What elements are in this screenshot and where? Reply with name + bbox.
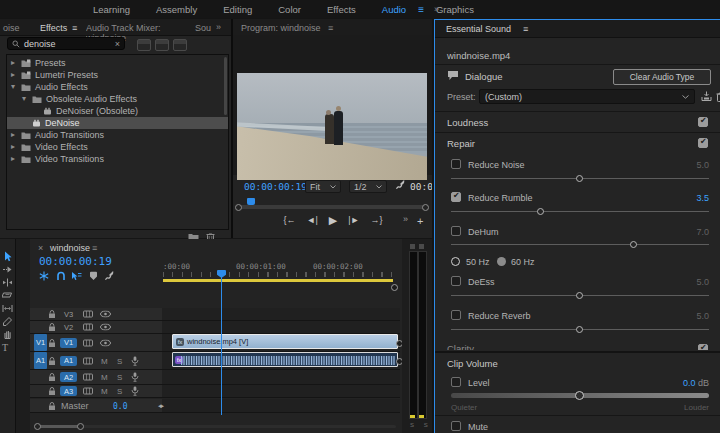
transport-more-icon[interactable]: » <box>403 214 408 224</box>
razor-tool[interactable] <box>2 290 13 301</box>
tab-effects[interactable]: Effects <box>40 23 67 33</box>
preset-dropdown[interactable]: (Custom) <box>479 89 695 104</box>
reduce-reverb-checkbox[interactable] <box>451 310 461 320</box>
workspace-assembly[interactable]: Assembly <box>156 4 197 15</box>
program-timecode[interactable]: 00:00:00:19 <box>244 181 307 192</box>
work-area-end-handle[interactable] <box>391 284 398 291</box>
delete-preset-trash-icon[interactable] <box>716 91 720 102</box>
add-button-icon[interactable]: + <box>417 215 423 227</box>
solo-track-button[interactable]: S <box>117 373 122 382</box>
tab-sequence-windnoise[interactable]: windnoise <box>50 243 90 253</box>
search-clear-icon[interactable]: × <box>115 39 120 49</box>
lock-icon[interactable] <box>48 323 56 332</box>
tree-item-lumetri-presets[interactable]: ▸ Lumetri Presets <box>7 69 228 81</box>
reduce-rumble-value[interactable]: 3.5 <box>696 193 709 203</box>
track-badge-v1[interactable]: V1 <box>60 338 77 348</box>
hscroll-right-knob[interactable] <box>77 423 84 430</box>
left-tab-overflow-icon[interactable]: » <box>216 22 221 32</box>
master-gain-value[interactable]: 0.0 <box>113 401 127 410</box>
slider-handle[interactable] <box>576 326 583 333</box>
program-playhead[interactable] <box>247 198 255 205</box>
clarity-checkbox[interactable] <box>698 344 708 350</box>
workspace-graphics[interactable]: Graphics <box>436 4 474 15</box>
play-button[interactable]: ▶ <box>329 214 337 227</box>
voiceover-mic-icon[interactable] <box>131 372 139 382</box>
slip-tool[interactable] <box>2 303 13 314</box>
yuv-effects-badge-icon[interactable] <box>173 39 187 51</box>
voiceover-mic-icon[interactable] <box>131 356 139 366</box>
effects-search-input[interactable]: denoise × <box>7 37 125 50</box>
scrubber-right-knob[interactable] <box>422 204 429 211</box>
repair-checkbox[interactable] <box>698 138 708 148</box>
selection-tool[interactable] <box>2 251 13 262</box>
accelerated-effects-badge-icon[interactable] <box>137 39 151 51</box>
tab-partial-sound[interactable]: Sou <box>195 23 211 33</box>
snap-magnet-icon[interactable] <box>56 271 66 281</box>
close-sequence-icon[interactable]: × <box>38 243 43 253</box>
timeline-settings-wrench-icon[interactable] <box>104 271 114 281</box>
keyframe-toggle-icon[interactable]: ◂▸ <box>158 402 163 410</box>
workspace-audio[interactable]: Audio <box>382 4 406 15</box>
timeline-hscroll-track[interactable] <box>36 425 396 428</box>
reduce-reverb-value[interactable]: 5.0 <box>696 311 709 321</box>
workspace-audio-menu-icon[interactable]: ≡ <box>418 4 424 15</box>
tree-item-video-effects[interactable]: ▸ Video Effects <box>7 141 228 153</box>
dehum-checkbox[interactable] <box>451 226 461 236</box>
sync-lock-icon[interactable] <box>83 357 93 365</box>
goto-out-button[interactable]: →} <box>370 215 382 227</box>
reduce-rumble-checkbox[interactable] <box>451 192 461 202</box>
repair-section-header[interactable]: Repair <box>447 138 475 149</box>
workspace-color[interactable]: Color <box>278 4 301 15</box>
source-patch-v1[interactable]: V1 <box>34 334 47 351</box>
level-value-group[interactable]: 0.0 dB <box>683 378 709 388</box>
timeline-timecode[interactable]: 00:00:00:19 <box>39 255 112 268</box>
sync-lock-icon[interactable] <box>83 387 93 395</box>
reduce-noise-value[interactable]: 5.0 <box>696 160 709 170</box>
add-marker-icon[interactable] <box>89 271 98 281</box>
hscroll-left-knob[interactable] <box>34 423 41 430</box>
solo-track-button[interactable]: S <box>117 387 122 396</box>
goto-in-button[interactable]: {← <box>284 215 296 227</box>
mute-track-button[interactable]: M <box>101 356 108 365</box>
workspace-effects[interactable]: Effects <box>327 4 356 15</box>
tree-scrollbar[interactable] <box>224 57 227 115</box>
tree-item-presets[interactable]: ▸ Presets <box>7 57 228 69</box>
reduce-noise-checkbox[interactable] <box>451 159 461 169</box>
dehum-slider[interactable] <box>451 241 709 248</box>
tree-item-obsolete-audio-effects[interactable]: ▾ Obsolete Audio Effects <box>7 93 228 105</box>
tree-item-audio-effects[interactable]: ▾ Audio Effects <box>7 81 228 93</box>
playback-resolution-dropdown[interactable]: 1/2 <box>349 180 387 193</box>
voiceover-mic-icon[interactable] <box>131 386 139 396</box>
solo-track-button[interactable]: S <box>117 356 122 365</box>
lock-icon[interactable] <box>48 338 56 347</box>
nest-sequence-icon[interactable] <box>39 271 49 281</box>
save-preset-icon[interactable] <box>701 91 712 102</box>
tab-partial-windnoise[interactable]: oise <box>3 23 20 33</box>
source-patch-a1[interactable]: A1 <box>34 352 47 369</box>
ripple-edit-tool[interactable] <box>2 277 13 288</box>
level-slider[interactable] <box>451 391 709 400</box>
lock-icon[interactable] <box>48 387 56 396</box>
timeline-panel-menu-icon[interactable]: ≡ <box>92 243 97 253</box>
toggle-track-output-eye-icon[interactable] <box>100 339 111 346</box>
audio-clip-windnoise[interactable]: fx <box>172 352 398 367</box>
sync-lock-icon[interactable] <box>83 339 93 347</box>
tab-essential-sound[interactable]: Essential Sound <box>446 24 511 34</box>
reduce-reverb-slider[interactable] <box>451 326 709 333</box>
video-clip-windnoise[interactable]: fx windnoise.mp4 [V] <box>172 334 398 349</box>
loudness-checkbox[interactable] <box>698 117 708 127</box>
hand-tool[interactable] <box>2 329 13 340</box>
tab-effects-menu-icon[interactable]: ≡ <box>72 23 77 33</box>
reduce-noise-slider[interactable] <box>451 175 709 182</box>
track-badge-a1[interactable]: A1 <box>60 356 77 366</box>
step-forward-button[interactable]: |► <box>348 215 359 227</box>
reduce-rumble-slider[interactable] <box>451 208 709 215</box>
tree-item-denoise[interactable]: DeNoise <box>7 117 228 129</box>
loudness-section-header[interactable]: Loudness <box>447 117 488 128</box>
master-track-label[interactable]: Master <box>61 401 89 411</box>
clear-audio-type-button[interactable]: Clear Audio Type <box>613 69 711 85</box>
level-checkbox[interactable] <box>451 377 461 387</box>
level-value[interactable]: 0.0 <box>683 378 696 388</box>
workspace-overflow-icon[interactable]: » <box>434 4 439 14</box>
tree-item-audio-transitions[interactable]: ▸ Audio Transitions <box>7 129 228 141</box>
